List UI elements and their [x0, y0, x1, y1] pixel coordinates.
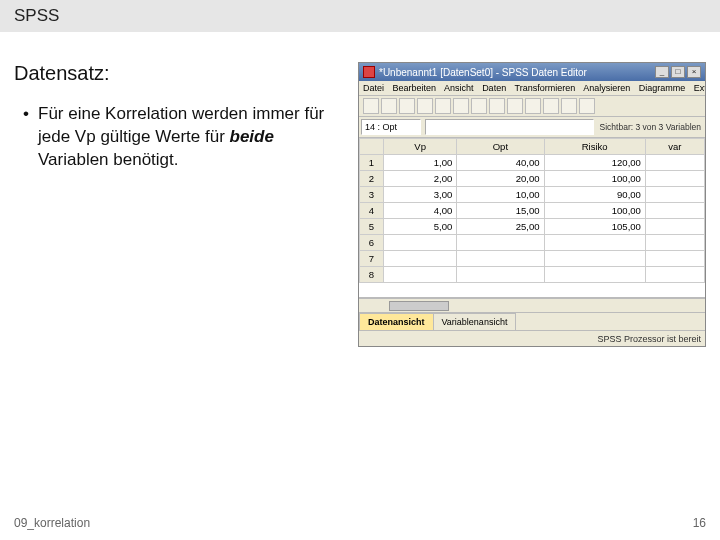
table-row[interactable]: 11,0040,00120,00 [360, 155, 705, 171]
active-cell-value[interactable] [425, 119, 594, 135]
cell[interactable]: 10,00 [457, 187, 544, 203]
bullet-item: • Für eine Korrelation werden immer für … [14, 103, 334, 172]
cell[interactable]: 120,00 [544, 155, 645, 171]
row-header[interactable]: 3 [360, 187, 384, 203]
spss-window-title: *Unbenannt1 [DatenSet0] - SPSS Daten Edi… [379, 67, 651, 78]
tab-datenansicht[interactable]: Datenansicht [359, 313, 434, 330]
row-header[interactable]: 8 [360, 267, 384, 283]
col-opt[interactable]: Opt [457, 139, 544, 155]
toolbar-find-icon[interactable] [471, 98, 487, 114]
cell[interactable] [645, 235, 704, 251]
spss-titlebar[interactable]: *Unbenannt1 [DatenSet0] - SPSS Daten Edi… [359, 63, 705, 81]
menu-daten[interactable]: Daten [482, 83, 506, 93]
minimize-button[interactable]: _ [655, 66, 669, 78]
cell[interactable] [645, 155, 704, 171]
toolbar-undo-icon[interactable] [417, 98, 433, 114]
col-vp[interactable]: Vp [384, 139, 457, 155]
status-bar: SPSS Prozessor ist bereit [359, 330, 705, 346]
cell[interactable]: 40,00 [457, 155, 544, 171]
toolbar-insert-icon[interactable] [489, 98, 505, 114]
table-row[interactable]: 22,0020,00100,00 [360, 171, 705, 187]
data-grid-wrap: Vp Opt Risiko var 11,0040,00120,00 22,00… [359, 138, 705, 298]
cell[interactable]: 4,00 [384, 203, 457, 219]
maximize-button[interactable]: □ [671, 66, 685, 78]
cell[interactable] [645, 267, 704, 283]
cell[interactable] [645, 251, 704, 267]
cell[interactable] [645, 203, 704, 219]
bullet-dot: • [14, 103, 38, 172]
toolbar-print-icon[interactable] [399, 98, 415, 114]
slide-footer: 09_korrelation 16 [14, 516, 706, 530]
cell[interactable]: 15,00 [457, 203, 544, 219]
data-grid[interactable]: Vp Opt Risiko var 11,0040,00120,00 22,00… [359, 138, 705, 283]
menu-ansicht[interactable]: Ansicht [444, 83, 474, 93]
tab-variablenansicht[interactable]: Variablenansicht [433, 313, 517, 330]
close-button[interactable]: × [687, 66, 701, 78]
menu-bearbeiten[interactable]: Bearbeiten [393, 83, 437, 93]
row-header[interactable]: 5 [360, 219, 384, 235]
row-header[interactable]: 1 [360, 155, 384, 171]
row-header[interactable]: 6 [360, 235, 384, 251]
cell[interactable] [384, 267, 457, 283]
cell[interactable]: 3,00 [384, 187, 457, 203]
menu-transformieren[interactable]: Transformieren [515, 83, 576, 93]
menu-extras[interactable]: Extras [694, 83, 705, 93]
cell[interactable] [645, 219, 704, 235]
slide-title-bar: SPSS [0, 0, 720, 32]
row-header[interactable]: 7 [360, 251, 384, 267]
cell[interactable]: 2,00 [384, 171, 457, 187]
status-text: SPSS Prozessor ist bereit [597, 334, 701, 344]
slide-title: SPSS [14, 6, 59, 25]
col-var[interactable]: var [645, 139, 704, 155]
scrollbar-thumb[interactable] [389, 301, 449, 311]
toolbar-redo-icon[interactable] [435, 98, 451, 114]
cell[interactable]: 105,00 [544, 219, 645, 235]
cell[interactable]: 1,00 [384, 155, 457, 171]
menu-diagramme[interactable]: Diagramme [639, 83, 686, 93]
cell[interactable] [544, 235, 645, 251]
menu-datei[interactable]: Datei [363, 83, 384, 93]
row-header[interactable]: 2 [360, 171, 384, 187]
col-risiko[interactable]: Risiko [544, 139, 645, 155]
toolbar-weight-icon[interactable] [543, 98, 559, 114]
cell[interactable]: 20,00 [457, 171, 544, 187]
cell[interactable] [384, 235, 457, 251]
toolbar-vars-icon[interactable] [525, 98, 541, 114]
cell[interactable] [544, 267, 645, 283]
toolbar-save-icon[interactable] [381, 98, 397, 114]
toolbar-chart-icon[interactable] [507, 98, 523, 114]
cell[interactable] [457, 235, 544, 251]
cell[interactable] [457, 251, 544, 267]
cell[interactable] [645, 171, 704, 187]
table-row[interactable]: 8 [360, 267, 705, 283]
bullet-emph: beide [230, 127, 274, 146]
cell[interactable]: 100,00 [544, 203, 645, 219]
cell[interactable] [645, 187, 704, 203]
toolbar-labels-icon[interactable] [579, 98, 595, 114]
cell[interactable] [544, 251, 645, 267]
cell[interactable] [457, 267, 544, 283]
table-row[interactable]: 6 [360, 235, 705, 251]
cell[interactable]: 5,00 [384, 219, 457, 235]
column-headers: Vp Opt Risiko var [360, 139, 705, 155]
cell[interactable]: 25,00 [457, 219, 544, 235]
row-header[interactable]: 4 [360, 203, 384, 219]
menu-analysieren[interactable]: Analysieren [583, 83, 630, 93]
bullet-pre: Für eine Korrelation werden immer für je… [38, 104, 324, 146]
table-row[interactable]: 55,0025,00105,00 [360, 219, 705, 235]
bullet-post: Variablen benötigt. [38, 150, 179, 169]
cell[interactable]: 90,00 [544, 187, 645, 203]
toolbar-goto-icon[interactable] [453, 98, 469, 114]
horizontal-scrollbar[interactable] [359, 298, 705, 312]
toolbar-open-icon[interactable] [363, 98, 379, 114]
slide-heading: Datensatz: [14, 62, 334, 85]
table-row[interactable]: 7 [360, 251, 705, 267]
footer-page: 16 [693, 516, 706, 530]
cell[interactable] [384, 251, 457, 267]
toolbar-select-icon[interactable] [561, 98, 577, 114]
table-row[interactable]: 33,0010,0090,00 [360, 187, 705, 203]
cell[interactable]: 100,00 [544, 171, 645, 187]
table-row[interactable]: 44,0015,00100,00 [360, 203, 705, 219]
active-cell-name[interactable]: 14 : Opt [361, 119, 421, 135]
spss-window: *Unbenannt1 [DatenSet0] - SPSS Daten Edi… [358, 62, 706, 347]
